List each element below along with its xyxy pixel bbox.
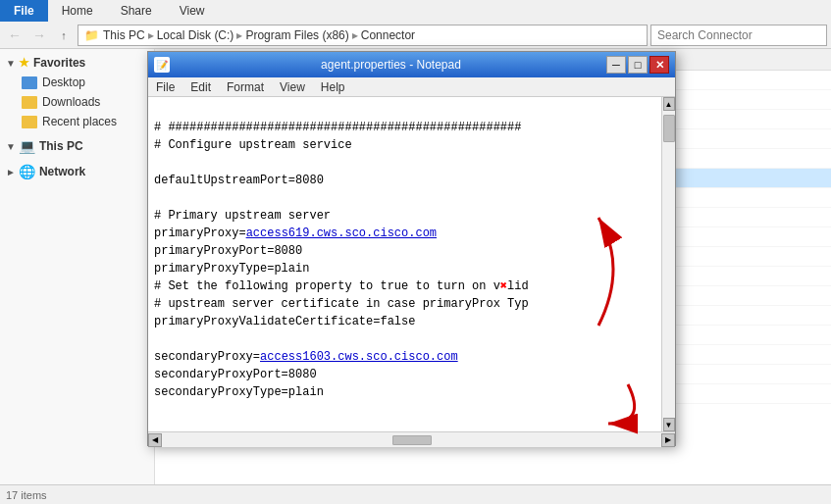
notepad-menubar: File Edit Format View Help xyxy=(148,77,675,97)
sidebar: ▼ ★ Favorites Desktop Downloads Recent p… xyxy=(0,49,155,484)
menu-file[interactable]: File xyxy=(148,77,182,96)
notepad-content[interactable]: # ######################################… xyxy=(148,97,661,431)
content-line-11: secondaryProxy=access1603.cws.sco.cisco.… xyxy=(154,350,458,364)
notepad-app-icon: 📝 xyxy=(154,57,170,73)
network-icon: 🌐 xyxy=(19,164,35,179)
status-bar: 17 items xyxy=(0,484,831,504)
content-line-8: # Set the following property to true to … xyxy=(154,279,529,293)
pc-icon: 💻 xyxy=(19,138,35,154)
folder-icon-small: 📁 xyxy=(84,28,99,42)
notepad-maximize-button[interactable]: □ xyxy=(628,56,648,74)
content-line-12: secondaryProxyPort=8080 xyxy=(154,368,317,381)
content-line-7: primaryProxyType=plain xyxy=(154,262,309,276)
address-bar: ← → ↑ 📁 This PC ▸ Local Disk (C:) ▸ Prog… xyxy=(0,22,831,49)
up-button[interactable]: ↑ xyxy=(53,25,75,46)
content-line-5: primaryProxy=access619.cws.sco.cisco.com xyxy=(154,227,437,240)
notepad-titlebar: 📝 agent.properties - Notepad ─ □ ✕ xyxy=(148,52,675,77)
sidebar-section-thispc: ▼ 💻 This PC xyxy=(0,135,154,157)
sidebar-section-network: ► 🌐 Network xyxy=(0,161,154,182)
menu-help[interactable]: Help xyxy=(313,77,353,96)
content-line-6: primaryProxyPort=8080 xyxy=(154,244,302,258)
forward-button[interactable]: → xyxy=(28,25,50,46)
notepad-title: agent.properties - Notepad xyxy=(176,58,606,72)
back-button[interactable]: ← xyxy=(4,25,26,46)
search-input[interactable] xyxy=(650,25,827,46)
home-tab[interactable]: Home xyxy=(48,0,107,22)
secondary-proxy-link: access1603.cws.sco.cisco.com xyxy=(260,350,458,364)
favorites-header[interactable]: ▼ ★ Favorites xyxy=(0,53,154,73)
notepad-hscrollbar[interactable]: ◀ ▶ xyxy=(148,431,675,447)
sidebar-section-favorites: ▼ ★ Favorites Desktop Downloads Recent p… xyxy=(0,53,154,131)
content-line-9: # upstream server certificate in case pr… xyxy=(154,297,529,311)
primary-proxy-link: access619.cws.sco.cisco.com xyxy=(246,227,437,240)
star-icon: ★ xyxy=(19,56,29,70)
share-tab[interactable]: Share xyxy=(107,0,166,22)
content-line-3: defaultUpstreamPort=8080 xyxy=(154,174,324,187)
sidebar-item-downloads[interactable]: Downloads xyxy=(0,92,154,112)
content-line-1: # ######################################… xyxy=(154,121,521,134)
chevron-right-icon: ► xyxy=(6,167,16,177)
notepad-close-button[interactable]: ✕ xyxy=(649,56,669,74)
content-line-13: secondaryProxyType=plain xyxy=(154,385,324,399)
network-header[interactable]: ► 🌐 Network xyxy=(0,161,154,182)
chevron-down-icon: ▼ xyxy=(6,141,16,152)
chevron-down-icon: ▼ xyxy=(6,58,16,69)
file-tab[interactable]: File xyxy=(0,0,48,22)
folder-icon xyxy=(22,116,37,128)
sidebar-item-recent[interactable]: Recent places xyxy=(0,112,154,131)
content-line-10: primaryProxyValidateCertificate=false xyxy=(154,315,415,328)
folder-icon xyxy=(22,96,37,109)
content-line-2: # Configure upstream service xyxy=(154,138,352,152)
notepad-window: 📝 agent.properties - Notepad ─ □ ✕ File … xyxy=(147,51,676,446)
folder-icon xyxy=(22,76,37,89)
thispc-header[interactable]: ▼ 💻 This PC xyxy=(0,135,154,157)
breadcrumb[interactable]: 📁 This PC ▸ Local Disk (C:) ▸ Program Fi… xyxy=(78,25,648,46)
notepad-minimize-button[interactable]: ─ xyxy=(606,56,626,74)
notepad-scrollbar[interactable]: ▲ ▼ xyxy=(661,97,675,431)
sidebar-item-desktop[interactable]: Desktop xyxy=(0,73,154,92)
menu-view[interactable]: View xyxy=(272,77,313,96)
content-line-4: # Primary upstream server xyxy=(154,209,331,223)
view-tab[interactable]: View xyxy=(166,0,219,22)
status-text: 17 items xyxy=(6,489,47,501)
menu-format[interactable]: Format xyxy=(219,77,272,96)
menu-edit[interactable]: Edit xyxy=(182,77,219,96)
